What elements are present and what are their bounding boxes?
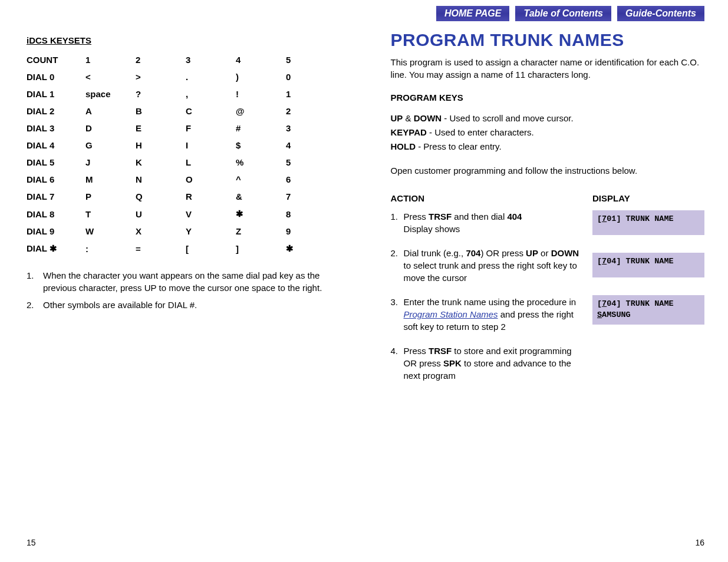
table-cell: Z [236, 223, 286, 240]
table-cell: A [85, 103, 136, 120]
table-cell: DIAL 2 [27, 103, 85, 120]
table-cell: V [186, 205, 236, 223]
page-number-right: 16 [695, 538, 704, 547]
table-cell: DIAL 8 [27, 205, 85, 223]
table-cell: $ [236, 137, 286, 154]
table-cell: . [186, 68, 236, 85]
table-cell: ✱ [236, 205, 286, 223]
table-cell: 0 [286, 68, 336, 85]
display-box-1: [701] TRUNK NAME [592, 210, 704, 235]
table-cell: DIAL 9 [27, 223, 85, 240]
table-cell: J [85, 154, 136, 171]
table-cell: : [85, 240, 136, 257]
table-header-cell: 5 [286, 51, 336, 68]
table-cell: C [186, 103, 236, 120]
table-cell: < [85, 68, 136, 85]
hold-key: HOLD [391, 141, 416, 151]
table-cell: F [186, 120, 236, 137]
action-step-3: 3. Enter the trunk name using the proced… [391, 296, 581, 333]
home-page-button[interactable]: HOME PAGE [436, 6, 510, 21]
table-cell: @ [236, 103, 286, 120]
intro-text: This program is used to assign a charact… [391, 56, 705, 81]
program-keys-list: UP & DOWN - Used to scroll and move curs… [391, 111, 705, 154]
table-of-contents-button[interactable]: Table of Contents [515, 6, 611, 21]
table-cell: DIAL 3 [27, 120, 85, 137]
table-cell: = [136, 240, 186, 257]
note-item: 2.Other symbols are available for DIAL #… [27, 299, 341, 311]
action-step-4: 4. Press TRSF to store and exit programm… [391, 345, 581, 382]
char-table: COUNT12345DIAL 0<>.)0DIAL 1space?,!1DIAL… [27, 51, 336, 257]
table-cell: 9 [286, 223, 336, 240]
table-cell: ^ [236, 171, 286, 188]
table-cell: DIAL ✱ [27, 240, 85, 257]
display-column: DISPLAY [701] TRUNK NAME [704] TRUNK NAM… [592, 193, 704, 394]
table-cell: G [85, 137, 136, 154]
main-heading: PROGRAM TRUNK NAMES [391, 30, 705, 50]
table-cell: > [136, 68, 186, 85]
table-cell: [ [186, 240, 236, 257]
table-cell: H [136, 137, 186, 154]
nav-buttons: HOME PAGE Table of Contents Guide-Conten… [391, 6, 705, 21]
table-cell: K [136, 154, 186, 171]
table-cell: % [236, 154, 286, 171]
table-cell: 7 [286, 188, 336, 205]
up-key: UP [391, 113, 403, 123]
action-header: ACTION [391, 193, 581, 203]
table-cell: ? [136, 85, 186, 103]
action-step-1: 1. Press TRSF and then dial 404 Display … [391, 210, 581, 235]
page-number-left: 15 [27, 538, 36, 547]
table-cell: DIAL 6 [27, 171, 85, 188]
table-cell: E [136, 120, 186, 137]
table-cell: DIAL 1 [27, 85, 85, 103]
table-cell: ] [236, 240, 286, 257]
table-cell: P [85, 188, 136, 205]
table-cell: B [136, 103, 186, 120]
table-cell: 8 [286, 205, 336, 223]
display-box-2: [704] TRUNK NAME [592, 253, 704, 277]
table-cell: DIAL 0 [27, 68, 85, 85]
notes-list: 1.When the character you want appears on… [27, 269, 341, 311]
keypad-key: KEYPAD [391, 127, 427, 137]
table-header-cell: 4 [236, 51, 286, 68]
table-header-cell: 1 [85, 51, 136, 68]
table-cell: N [136, 171, 186, 188]
table-cell: & [236, 188, 286, 205]
table-cell: U [136, 205, 186, 223]
table-cell: 5 [286, 154, 336, 171]
open-text: Open customer programming and follow the… [391, 166, 705, 176]
table-cell: I [186, 137, 236, 154]
display-header: DISPLAY [592, 193, 704, 203]
keysets-title: iDCS KEYSETS [27, 35, 341, 45]
right-page: HOME PAGE Table of Contents Guide-Conten… [364, 0, 729, 562]
table-cell: R [186, 188, 236, 205]
table-cell: # [236, 120, 286, 137]
table-cell: 4 [286, 137, 336, 154]
table-cell: 1 [286, 85, 336, 103]
table-cell: DIAL 7 [27, 188, 85, 205]
table-cell: L [186, 154, 236, 171]
table-cell: DIAL 4 [27, 137, 85, 154]
action-step-2: 2. Dial trunk (e.g., 704) OR press UP or… [391, 247, 581, 284]
table-cell: O [186, 171, 236, 188]
table-cell: 2 [286, 103, 336, 120]
table-header-cell: 3 [186, 51, 236, 68]
display-box-3: [704] TRUNK NAMESAMSUNG [592, 295, 704, 325]
table-cell: 3 [286, 120, 336, 137]
table-cell: ) [236, 68, 286, 85]
table-cell: ! [236, 85, 286, 103]
table-cell: M [85, 171, 136, 188]
table-cell: W [85, 223, 136, 240]
table-cell: 6 [286, 171, 336, 188]
table-cell: X [136, 223, 186, 240]
table-cell: Q [136, 188, 186, 205]
table-header-cell: COUNT [27, 51, 85, 68]
table-cell: ✱ [286, 240, 336, 257]
table-header-cell: 2 [136, 51, 186, 68]
guide-contents-button[interactable]: Guide-Contents [617, 6, 704, 21]
left-page: iDCS KEYSETS COUNT12345DIAL 0<>.)0DIAL 1… [0, 0, 364, 562]
table-cell: space [85, 85, 136, 103]
down-key: DOWN [414, 113, 442, 123]
table-cell: , [186, 85, 236, 103]
program-station-names-link[interactable]: Program Station Names [404, 309, 498, 319]
table-cell: T [85, 205, 136, 223]
